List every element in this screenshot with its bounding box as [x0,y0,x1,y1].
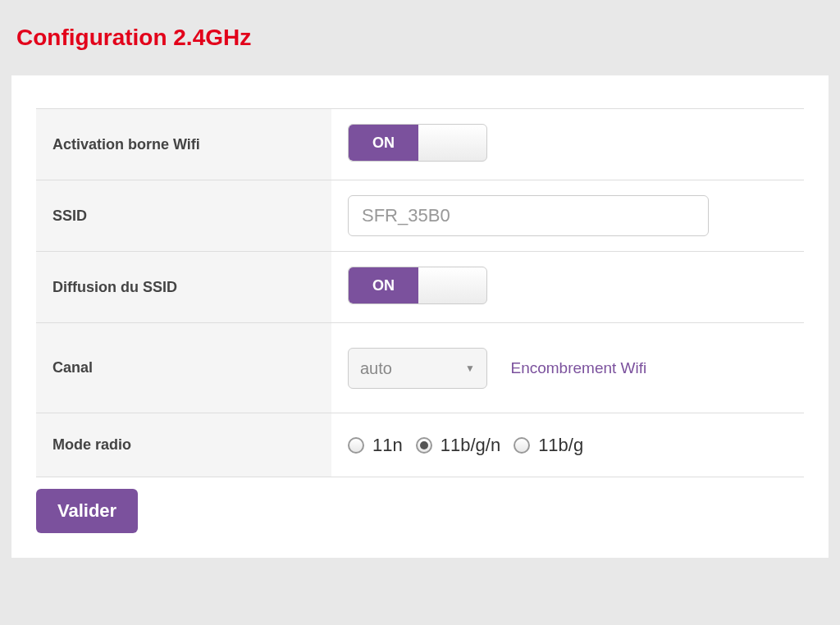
toggle-on-label: ON [349,125,418,161]
canal-select[interactable]: auto [349,349,486,388]
valider-button[interactable]: Valider [36,489,138,533]
row-mode-radio: Mode radio 11n 11b/g/n 11b/g [36,413,804,477]
diffusion-label: Diffusion du SSID [36,252,331,323]
radio-label: 11n [372,435,403,456]
radio-option-11n[interactable]: 11n [348,435,403,456]
radio-label: 11b/g/n [441,435,500,456]
mode-radio-label: Mode radio [36,413,331,477]
activation-label: Activation borne Wifi [36,109,331,180]
mode-radio-group: 11n 11b/g/n 11b/g [348,435,788,456]
ssid-input[interactable] [348,195,709,236]
row-diffusion: Diffusion du SSID ON [36,252,804,323]
config-panel: Activation borne Wifi ON SSID Diffusion … [11,75,829,558]
radio-icon [348,437,364,454]
encombrement-link[interactable]: Encombrement Wifi [510,359,646,376]
row-activation: Activation borne Wifi ON [36,109,804,180]
radio-option-11bgn[interactable]: 11b/g/n [416,435,500,456]
canal-label: Canal [36,323,331,413]
radio-icon [416,437,432,454]
ssid-label: SSID [36,180,331,252]
activation-toggle[interactable]: ON [348,124,487,162]
toggle-on-label: ON [349,267,418,303]
radio-icon [514,437,530,454]
page-title: Configuration 2.4GHz [0,0,840,75]
row-ssid: SSID [36,180,804,252]
radio-option-11bg[interactable]: 11b/g [514,435,583,456]
radio-label: 11b/g [538,435,583,456]
diffusion-toggle[interactable]: ON [348,267,487,304]
row-canal: Canal auto ▼ Encombrement Wifi [36,323,804,413]
